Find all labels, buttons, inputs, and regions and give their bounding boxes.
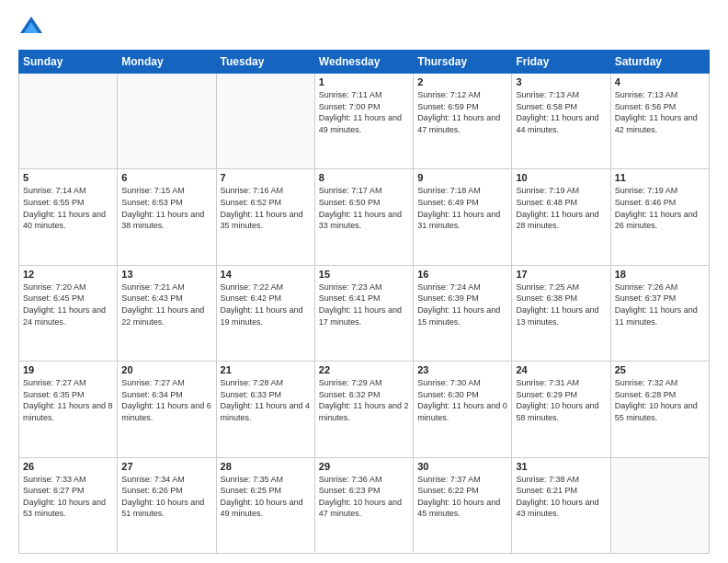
calendar-cell: 22Sunrise: 7:29 AM Sunset: 6:32 PM Dayli…	[314, 362, 413, 457]
calendar-cell: 9Sunrise: 7:18 AM Sunset: 6:49 PM Daylig…	[414, 169, 512, 265]
day-number: 24	[516, 364, 606, 375]
day-info: Sunrise: 7:20 AM Sunset: 6:45 PM Dayligh…	[23, 282, 113, 327]
calendar-cell: 25Sunrise: 7:32 AM Sunset: 6:28 PM Dayli…	[610, 362, 709, 457]
calendar-cell: 28Sunrise: 7:35 AM Sunset: 6:25 PM Dayli…	[216, 457, 314, 553]
page: SundayMondayTuesdayWednesdayThursdayFrid…	[0, 0, 728, 563]
day-number: 20	[121, 364, 211, 375]
day-number: 31	[516, 461, 606, 472]
day-number: 2	[417, 76, 507, 87]
logo	[18, 15, 48, 40]
day-info: Sunrise: 7:36 AM Sunset: 6:23 PM Dayligh…	[319, 474, 409, 520]
day-number: 21	[221, 364, 311, 375]
calendar-cell: 17Sunrise: 7:25 AM Sunset: 6:38 PM Dayli…	[512, 265, 610, 361]
calendar-week-1: 1Sunrise: 7:11 AM Sunset: 7:00 PM Daylig…	[19, 74, 710, 169]
day-number: 28	[221, 461, 311, 472]
calendar-cell: 24Sunrise: 7:31 AM Sunset: 6:29 PM Dayli…	[512, 362, 610, 457]
calendar-table: SundayMondayTuesdayWednesdayThursdayFrid…	[18, 50, 710, 554]
day-info: Sunrise: 7:13 AM Sunset: 6:58 PM Dayligh…	[516, 89, 606, 135]
day-info: Sunrise: 7:24 AM Sunset: 6:39 PM Dayligh…	[417, 282, 507, 327]
day-number: 25	[615, 364, 705, 375]
day-info: Sunrise: 7:37 AM Sunset: 6:22 PM Dayligh…	[417, 474, 507, 520]
day-info: Sunrise: 7:25 AM Sunset: 6:38 PM Dayligh…	[516, 282, 606, 327]
calendar-cell: 1Sunrise: 7:11 AM Sunset: 7:00 PM Daylig…	[314, 74, 413, 169]
calendar-cell: 7Sunrise: 7:16 AM Sunset: 6:52 PM Daylig…	[216, 169, 314, 265]
calendar-week-2: 5Sunrise: 7:14 AM Sunset: 6:55 PM Daylig…	[19, 169, 710, 265]
day-number: 18	[615, 269, 705, 280]
day-number: 12	[23, 269, 113, 280]
day-info: Sunrise: 7:18 AM Sunset: 6:49 PM Dayligh…	[417, 185, 507, 231]
calendar-week-5: 26Sunrise: 7:33 AM Sunset: 6:27 PM Dayli…	[19, 457, 710, 553]
calendar-cell: 8Sunrise: 7:17 AM Sunset: 6:50 PM Daylig…	[314, 169, 413, 265]
day-info: Sunrise: 7:32 AM Sunset: 6:28 PM Dayligh…	[615, 377, 705, 423]
day-info: Sunrise: 7:13 AM Sunset: 6:56 PM Dayligh…	[615, 89, 705, 135]
calendar-cell: 11Sunrise: 7:19 AM Sunset: 6:46 PM Dayli…	[610, 169, 709, 265]
day-info: Sunrise: 7:17 AM Sunset: 6:50 PM Dayligh…	[319, 185, 409, 231]
day-number: 22	[319, 364, 409, 375]
day-info: Sunrise: 7:22 AM Sunset: 6:42 PM Dayligh…	[221, 282, 311, 327]
day-info: Sunrise: 7:29 AM Sunset: 6:32 PM Dayligh…	[319, 377, 409, 423]
calendar-cell: 23Sunrise: 7:30 AM Sunset: 6:30 PM Dayli…	[414, 362, 512, 457]
day-info: Sunrise: 7:28 AM Sunset: 6:33 PM Dayligh…	[221, 377, 311, 423]
calendar-header-monday: Monday	[118, 51, 216, 74]
day-number: 10	[516, 172, 606, 183]
day-number: 11	[615, 172, 705, 183]
calendar-cell: 13Sunrise: 7:21 AM Sunset: 6:43 PM Dayli…	[118, 265, 216, 361]
day-number: 17	[516, 269, 606, 280]
day-number: 1	[319, 76, 409, 87]
day-info: Sunrise: 7:19 AM Sunset: 6:46 PM Dayligh…	[615, 185, 705, 231]
day-number: 19	[23, 364, 113, 375]
calendar-cell: 21Sunrise: 7:28 AM Sunset: 6:33 PM Dayli…	[216, 362, 314, 457]
calendar-header-sunday: Sunday	[19, 51, 118, 74]
day-info: Sunrise: 7:14 AM Sunset: 6:55 PM Dayligh…	[23, 185, 113, 231]
day-info: Sunrise: 7:19 AM Sunset: 6:48 PM Dayligh…	[516, 185, 606, 231]
calendar-cell: 18Sunrise: 7:26 AM Sunset: 6:37 PM Dayli…	[610, 265, 709, 361]
calendar-cell: 27Sunrise: 7:34 AM Sunset: 6:26 PM Dayli…	[118, 457, 216, 553]
calendar-cell: 10Sunrise: 7:19 AM Sunset: 6:48 PM Dayli…	[512, 169, 610, 265]
day-number: 14	[221, 269, 311, 280]
day-info: Sunrise: 7:26 AM Sunset: 6:37 PM Dayligh…	[615, 282, 705, 327]
calendar-cell: 26Sunrise: 7:33 AM Sunset: 6:27 PM Dayli…	[19, 457, 118, 553]
calendar-cell	[118, 74, 216, 169]
day-number: 9	[417, 172, 507, 183]
day-number: 27	[121, 461, 211, 472]
day-number: 16	[417, 269, 507, 280]
day-number: 13	[121, 269, 211, 280]
calendar-week-4: 19Sunrise: 7:27 AM Sunset: 6:35 PM Dayli…	[19, 362, 710, 457]
day-number: 23	[417, 364, 507, 375]
day-number: 29	[319, 461, 409, 472]
calendar-cell: 12Sunrise: 7:20 AM Sunset: 6:45 PM Dayli…	[19, 265, 118, 361]
day-info: Sunrise: 7:30 AM Sunset: 6:30 PM Dayligh…	[417, 377, 507, 423]
calendar-cell: 16Sunrise: 7:24 AM Sunset: 6:39 PM Dayli…	[414, 265, 512, 361]
day-info: Sunrise: 7:21 AM Sunset: 6:43 PM Dayligh…	[121, 282, 211, 327]
calendar-cell	[216, 74, 314, 169]
calendar-cell	[19, 74, 118, 169]
day-info: Sunrise: 7:34 AM Sunset: 6:26 PM Dayligh…	[121, 474, 211, 520]
day-info: Sunrise: 7:27 AM Sunset: 6:34 PM Dayligh…	[121, 377, 211, 423]
day-info: Sunrise: 7:35 AM Sunset: 6:25 PM Dayligh…	[221, 474, 311, 520]
calendar-header-thursday: Thursday	[414, 51, 512, 74]
logo-icon	[18, 15, 44, 40]
day-number: 15	[319, 269, 409, 280]
calendar-cell: 3Sunrise: 7:13 AM Sunset: 6:58 PM Daylig…	[512, 74, 610, 169]
day-info: Sunrise: 7:33 AM Sunset: 6:27 PM Dayligh…	[23, 474, 113, 520]
calendar-cell: 2Sunrise: 7:12 AM Sunset: 6:59 PM Daylig…	[414, 74, 512, 169]
day-info: Sunrise: 7:11 AM Sunset: 7:00 PM Dayligh…	[319, 89, 409, 135]
calendar-week-3: 12Sunrise: 7:20 AM Sunset: 6:45 PM Dayli…	[19, 265, 710, 361]
day-info: Sunrise: 7:23 AM Sunset: 6:41 PM Dayligh…	[319, 282, 409, 327]
calendar-cell: 31Sunrise: 7:38 AM Sunset: 6:21 PM Dayli…	[512, 457, 610, 553]
calendar-cell	[610, 457, 709, 553]
calendar-header-wednesday: Wednesday	[314, 51, 413, 74]
calendar-cell: 14Sunrise: 7:22 AM Sunset: 6:42 PM Dayli…	[216, 265, 314, 361]
day-info: Sunrise: 7:38 AM Sunset: 6:21 PM Dayligh…	[516, 474, 606, 520]
calendar-cell: 6Sunrise: 7:15 AM Sunset: 6:53 PM Daylig…	[118, 169, 216, 265]
day-info: Sunrise: 7:16 AM Sunset: 6:52 PM Dayligh…	[221, 185, 311, 231]
calendar-cell: 4Sunrise: 7:13 AM Sunset: 6:56 PM Daylig…	[610, 74, 709, 169]
day-number: 8	[319, 172, 409, 183]
day-number: 30	[417, 461, 507, 472]
calendar-cell: 20Sunrise: 7:27 AM Sunset: 6:34 PM Dayli…	[118, 362, 216, 457]
calendar-header-saturday: Saturday	[610, 51, 709, 74]
header	[18, 15, 710, 40]
calendar-cell: 30Sunrise: 7:37 AM Sunset: 6:22 PM Dayli…	[414, 457, 512, 553]
calendar-cell: 5Sunrise: 7:14 AM Sunset: 6:55 PM Daylig…	[19, 169, 118, 265]
calendar-header-friday: Friday	[512, 51, 610, 74]
